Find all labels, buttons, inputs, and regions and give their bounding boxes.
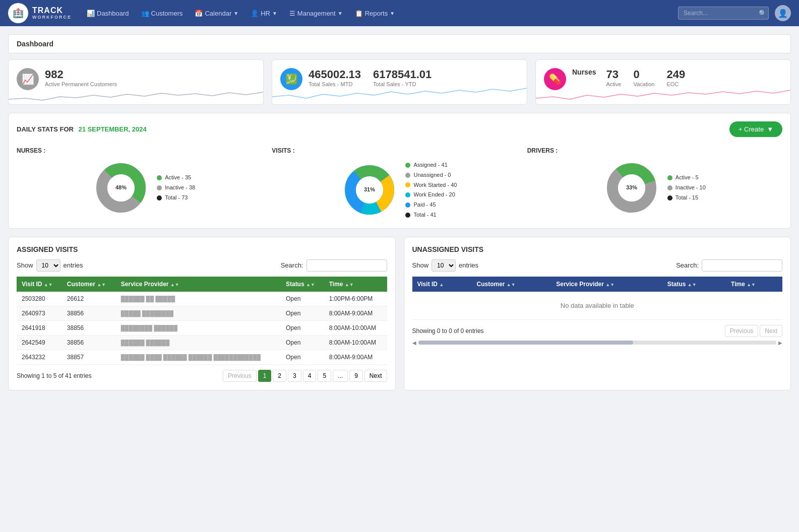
status-cell: Open: [281, 350, 324, 364]
reports-caret: ▼: [390, 11, 395, 16]
customer-cell: 38856: [62, 335, 116, 350]
service-provider-cell: ██████ ██████: [116, 335, 281, 350]
active-customers-value: 982: [45, 68, 117, 81]
nav-reports[interactable]: 📋 Reports ▼: [350, 7, 400, 20]
assigned-prev-button[interactable]: Previous: [223, 370, 257, 382]
assigned-page-9[interactable]: 9: [349, 370, 363, 382]
assigned-page-4[interactable]: 4: [303, 370, 317, 382]
calendar-caret: ▼: [233, 11, 238, 16]
col-service-provider: Service Provider ▲▼: [116, 277, 281, 292]
assigned-visits-card: ASSIGNED VISITS Show 102550 entries Sear…: [8, 237, 396, 390]
assigned-page-2[interactable]: 2: [273, 370, 286, 382]
col-time: Time ▲▼: [324, 277, 387, 292]
unassigned-showing: Showing 0 to 0 of 0 entries: [412, 327, 484, 335]
customer-cell: 38856: [62, 320, 116, 335]
table-row: 2640973 38856 █████ ████████ Open 8:00AM…: [17, 306, 387, 320]
unassigned-next-button[interactable]: Next: [760, 325, 782, 337]
unassigned-pagination: Showing 0 to 0 of 0 entries Previous Nex…: [412, 325, 783, 337]
nurses-eoc-value: 249: [666, 68, 685, 81]
unassigned-search-input[interactable]: [702, 259, 782, 272]
col-status: Status ▲▼: [281, 277, 324, 292]
assigned-search-input[interactable]: [306, 259, 387, 272]
service-provider-cell: ████████ ██████: [116, 320, 281, 335]
create-button[interactable]: + Create ▼: [729, 121, 782, 137]
daily-stats-title: DAILY STATS FOR: [17, 125, 74, 133]
table-row: 2643232 38857 ██████ ████ ██████ ██████ …: [17, 350, 387, 364]
unassigned-entries-select[interactable]: 102550: [432, 259, 456, 272]
nav-dashboard[interactable]: 📊 Dashboard: [82, 7, 134, 20]
drivers-donut-container: 33% Active - 5 Inactive - 10 Total - 15: [527, 160, 782, 216]
assigned-page-ellipsis: ...: [333, 370, 348, 382]
unassigned-scrollbar: ◀ ▶: [412, 340, 783, 346]
visits-legend: Assigned - 41 Unassigned - 0 Work Starte…: [405, 160, 457, 220]
drivers-donut-chart: 33%: [604, 160, 659, 216]
user-avatar[interactable]: 👤: [775, 5, 791, 21]
time-cell: 8:00AM-9:00AM: [324, 306, 387, 320]
nav-customers[interactable]: 👥 Customers: [136, 7, 188, 20]
service-provider-cell: ██████ ████ ██████ ██████ ████████████: [116, 350, 281, 364]
create-btn-dropdown-icon: ▼: [767, 125, 773, 133]
scroll-track[interactable]: [418, 341, 777, 345]
customer-cell: 26612: [62, 292, 116, 306]
visit-id-cell: 2640973: [17, 306, 62, 320]
assigned-page-buttons: Previous 1 2 3 4 5 ... 9 Next: [223, 370, 387, 382]
customer-cell: 38856: [62, 306, 116, 320]
unassigned-table-header-row: Visit ID ▲ Customer ▲▼ Service Provider …: [412, 277, 783, 292]
entries-label: entries: [64, 261, 83, 269]
visits-donut-chart: 31%: [342, 162, 397, 218]
visit-id-cell: 2642549: [17, 335, 62, 350]
nav-hr[interactable]: 👤 HR ▼: [245, 7, 282, 20]
svg-text:31%: 31%: [364, 186, 375, 192]
nurses-vacation-value: 0: [633, 68, 654, 81]
table-row: 2503280 26612 ██████ ██ █████ Open 1:00P…: [17, 292, 387, 306]
nurses-active-value: 73: [606, 68, 621, 81]
hr-caret: ▼: [272, 11, 277, 16]
col-customer: Customer ▲▼: [62, 277, 116, 292]
visits-chart-title: VISITS :: [272, 147, 527, 154]
assigned-pagination: Showing 1 to 5 of 41 entries Previous 1 …: [17, 370, 387, 382]
unassigned-visits-card: UNASSIGNED VISITS Show 102550 entries Se…: [404, 237, 791, 390]
assigned-next-button[interactable]: Next: [364, 370, 387, 382]
visit-id-cell: 2643232: [17, 350, 62, 364]
u-col-status: Status ▲▼: [662, 277, 726, 292]
stat-card-customers: 📈 982 Active Permanent Customers: [8, 59, 264, 105]
assigned-table-header-row: Visit ID ▲▼ Customer ▲▼ Service Provider…: [17, 277, 387, 292]
status-cell: Open: [281, 335, 324, 350]
scroll-thumb: [418, 341, 633, 345]
drivers-chart-title: DRIVERS :: [527, 147, 782, 154]
show-label: Show: [17, 261, 33, 269]
sales-ytd-value: 6178541.01: [373, 68, 432, 81]
brand-logo-link[interactable]: 🏥 TRACK WORKFORCE: [8, 3, 72, 23]
u-col-service-provider: Service Provider ▲▼: [551, 277, 662, 292]
visit-id-cell: 2503280: [17, 292, 62, 306]
dashboard-icon: 📊: [87, 10, 95, 17]
unassigned-table-body: No data available in table: [412, 292, 783, 320]
charts-row: NURSES : 48% Active - 35 Inactive - 38 T…: [17, 147, 782, 220]
service-provider-cell: █████ ████████: [116, 306, 281, 320]
scroll-right-arrow[interactable]: ▶: [778, 340, 782, 346]
nav-management[interactable]: ☰ Management ▼: [284, 7, 348, 20]
unassigned-prev-button[interactable]: Previous: [725, 325, 759, 337]
navbar: 🏥 TRACK WORKFORCE 📊 Dashboard 👥 Customer…: [0, 0, 799, 26]
scroll-left-arrow[interactable]: ◀: [412, 340, 416, 346]
assigned-page-5[interactable]: 5: [318, 370, 331, 382]
status-cell: Open: [281, 306, 324, 320]
assigned-showing: Showing 1 to 5 of 41 entries: [17, 372, 92, 379]
visits-chart-section: VISITS : 31% Assigned - 41 Unassigned - …: [272, 147, 527, 220]
assigned-table-body: 2503280 26612 ██████ ██ █████ Open 1:00P…: [17, 292, 387, 365]
assigned-entries-select[interactable]: 102550: [36, 259, 60, 272]
assigned-page-1[interactable]: 1: [258, 370, 272, 382]
calendar-icon: 📅: [195, 10, 203, 17]
search-label: Search:: [281, 261, 303, 269]
nurses-title: Nurses: [572, 68, 596, 76]
nav-calendar[interactable]: 📅 Calendar ▼: [190, 7, 243, 20]
customers-sparkline: [9, 84, 263, 104]
time-cell: 1:00PM-6:00PM: [324, 292, 387, 306]
status-cell: Open: [281, 292, 324, 306]
nurses-chart-section: NURSES : 48% Active - 35 Inactive - 38 T…: [17, 147, 272, 220]
unassigned-table-controls: Show 102550 entries Search:: [412, 259, 783, 272]
search-icon: 🔍: [759, 10, 767, 17]
global-search-input[interactable]: [678, 7, 769, 20]
status-cell: Open: [281, 320, 324, 335]
assigned-page-3[interactable]: 3: [288, 370, 301, 382]
